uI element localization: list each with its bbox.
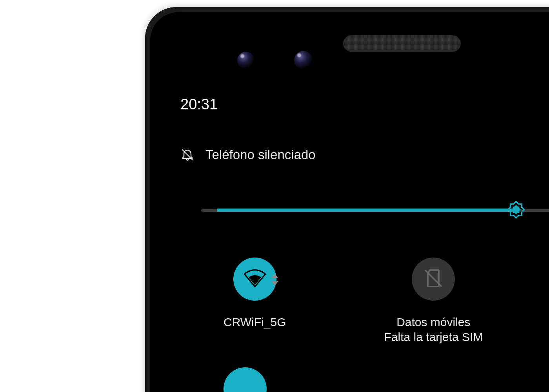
expand-icon[interactable]: [271, 274, 279, 284]
statusbar-clock: 20:31: [180, 96, 549, 113]
silent-mode-label: Teléfono silenciado: [205, 147, 316, 162]
brightness-slider[interactable]: [176, 201, 549, 220]
svg-marker-4: [271, 281, 278, 285]
svg-marker-2: [511, 205, 521, 215]
mobile-data-tile-button[interactable]: [412, 258, 455, 301]
bell-off-icon: [180, 148, 195, 162]
svg-marker-3: [271, 274, 278, 278]
phone-speaker: [343, 35, 461, 52]
mobile-data-label: Datos móviles: [396, 316, 470, 329]
tile-partial[interactable]: [224, 367, 267, 392]
wifi-tile-button[interactable]: [233, 258, 276, 301]
quick-settings-tiles-row: CRWiFi_5G Datos móviles Falta la tarjeta…: [176, 258, 549, 344]
silent-mode-row[interactable]: Teléfono silenciado: [180, 147, 549, 162]
no-sim-icon: [422, 267, 444, 291]
brightness-fill: [217, 209, 515, 212]
mobile-data-sublabel: Falta la tarjeta SIM: [384, 330, 483, 344]
phone-screen-container: 20:31 Teléfono silenciado: [157, 12, 549, 392]
quick-settings-panel: 20:31 Teléfono silenciado: [176, 96, 549, 392]
front-camera-left: [237, 52, 255, 69]
quick-settings-tiles-row-2: [176, 367, 549, 392]
front-camera-right: [294, 51, 313, 70]
wifi-tile[interactable]: CRWiFi_5G: [224, 258, 286, 344]
wifi-tile-label: CRWiFi_5G: [224, 316, 286, 329]
brightness-icon[interactable]: [506, 200, 526, 220]
wifi-icon: [242, 266, 267, 292]
mobile-data-tile[interactable]: Datos móviles Falta la tarjeta SIM: [384, 258, 483, 344]
